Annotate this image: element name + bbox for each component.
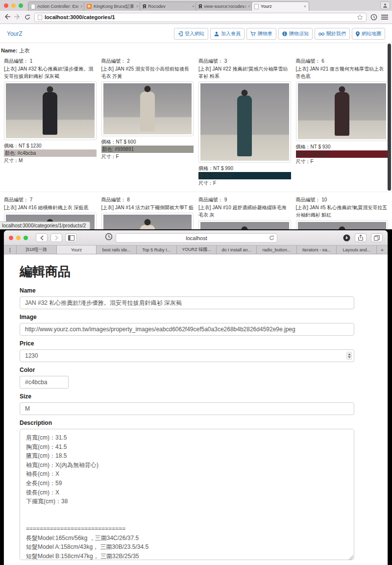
image-field[interactable] — [20, 323, 354, 336]
about-us-button[interactable]: 關於我們 — [315, 28, 350, 40]
product-title[interactable]: [上衣] JAN #16 細橫條針織上衣 深藍底 — [4, 204, 97, 211]
product-id: 7 — [30, 197, 33, 202]
product-card: 商品編號： 9 [上衣] JAN #10 超舒適繽紛菱格綴珠毛海毛衣 灰 — [198, 196, 291, 229]
browser-tab[interactable]: B KingKong Bruce記事: 前端狂 × — [84, 1, 142, 11]
browser-tab[interactable]: Я Rocodev × — [140, 1, 197, 11]
browser-tab-active[interactable]: Yourz — [57, 246, 97, 254]
browser-tab[interactable]: Layouts and... — [337, 246, 377, 254]
menu-button[interactable] — [381, 14, 388, 20]
browser-tab[interactable]: best rails ide... — [97, 246, 137, 254]
product-image[interactable] — [198, 81, 291, 163]
profile-button[interactable] — [380, 1, 390, 9]
forward-button[interactable] — [50, 233, 62, 242]
back-button[interactable] — [4, 14, 10, 21]
color-field[interactable] — [20, 376, 69, 389]
product-title[interactable]: [上衣] JAN #21 復古幾何方格厚雪紡上衣 杏色底 — [296, 65, 389, 80]
zoom-window-button[interactable] — [24, 236, 28, 240]
login-icon — [178, 31, 183, 36]
size-field[interactable] — [20, 402, 354, 415]
product-image[interactable] — [296, 220, 389, 229]
tab-close-icon[interactable]: × — [136, 4, 139, 9]
name-field[interactable] — [20, 296, 354, 309]
downloads-button[interactable] — [343, 234, 350, 242]
extension-button[interactable] — [105, 233, 113, 243]
number-stepper[interactable] — [346, 352, 352, 360]
product-title[interactable]: [上衣] JAN #10 超舒適繽紛菱格綴珠毛海毛衣 灰 — [198, 204, 291, 219]
color-swatch: 顏色: #c4bcba — [4, 149, 97, 157]
store-navbar: YourZ 登入網站 加入會員 購物車 — [0, 24, 392, 43]
price-value: NT $ 990 — [213, 166, 233, 171]
brand-link[interactable]: YourZ — [7, 30, 23, 37]
back-button[interactable] — [36, 233, 48, 242]
back-arrow-icon — [4, 14, 10, 20]
new-tab-button[interactable]: + — [377, 246, 388, 254]
tab-close-icon[interactable]: × — [304, 4, 306, 9]
size-value: F — [116, 154, 119, 159]
shopping-info-button[interactable]: 購物須知 — [278, 28, 313, 40]
price-field[interactable] — [20, 349, 354, 362]
join-member-button[interactable]: 加入會員 — [210, 28, 245, 40]
reload-button[interactable] — [269, 235, 274, 241]
forward-button[interactable] — [14, 14, 21, 21]
login-button[interactable]: 登入網站 — [174, 28, 208, 40]
reload-icon — [269, 235, 274, 241]
browser-tab-active[interactable]: Yourz × — [251, 1, 309, 11]
product-image[interactable] — [4, 81, 97, 140]
address-bar[interactable]: localhost — [116, 233, 277, 243]
blogger-favicon-icon: B — [87, 4, 92, 9]
close-window-button[interactable] — [9, 236, 13, 240]
browser-tab[interactable]: [518f][一路 — [17, 246, 57, 254]
product-title[interactable]: [上衣] JAN #22 推薦款!質感六分袖厚雪紡罩衫 粉系 — [198, 65, 291, 80]
address-bar[interactable]: localhost:3000/categories/1 — [34, 13, 367, 22]
browser-tab[interactable]: YOURZ 韓國... — [177, 246, 217, 254]
browser-tab[interactable]: do I install an... — [217, 246, 257, 254]
close-window-button[interactable] — [4, 3, 8, 8]
zoom-window-button[interactable] — [19, 3, 23, 8]
name-label: Name — [20, 287, 354, 294]
size-value: F — [311, 159, 314, 164]
info-icon — [282, 31, 287, 36]
sidebar-button[interactable] — [65, 233, 77, 242]
product-image[interactable] — [101, 81, 194, 136]
tab-close-icon[interactable]: × — [248, 4, 250, 9]
minimize-window-button[interactable] — [11, 3, 16, 8]
tab-overview-button[interactable] — [371, 233, 383, 242]
cart-button[interactable]: 購物車 — [246, 28, 276, 40]
browser-tab[interactable]: [ — [4, 246, 17, 254]
product-image[interactable] — [198, 220, 291, 229]
minimize-window-button[interactable] — [16, 236, 21, 240]
reload-button[interactable] — [24, 14, 30, 20]
row-divider — [0, 192, 392, 192]
product-title[interactable]: [上衣] JAN #25 混安哥拉小高領前短後長毛衣 芥黃 — [101, 65, 194, 80]
share-button[interactable] — [355, 233, 367, 242]
page-scrollbar[interactable] — [388, 44, 391, 191]
extension-button[interactable] — [370, 14, 377, 21]
chrome-toolbar: localhost:3000/categories/1 — [0, 11, 392, 24]
color-value: #6a1b24 — [309, 151, 328, 157]
store-page: YourZ 登入網站 加入會員 購物車 — [0, 24, 392, 229]
product-title[interactable]: [上衣] JAN #32 私心推薦款!漫步優雅。混安哥拉披肩針織衫 深灰褐 — [4, 65, 97, 80]
sitemap-button[interactable]: 網站地圖 — [352, 28, 385, 40]
size-value: F — [213, 180, 216, 186]
user-icon — [383, 3, 388, 8]
extension-clock-icon — [370, 14, 377, 21]
description-field[interactable]: 肩寬(cm)：31.5 胸寬(cm)：41.5 腋寬(cm)：18.5 袖寬(c… — [20, 429, 354, 560]
product-id-label: 商品編號： — [4, 197, 28, 202]
bookmark-star-button[interactable] — [357, 14, 363, 21]
product-title[interactable]: [上衣] JAN #5 私心推薦款!氣質混安哥拉五分袖針織衫 鮮紅 — [296, 204, 389, 219]
browser-tab[interactable]: radio_button... — [257, 246, 297, 254]
browser-tab[interactable]: Я view-source:rocodev.com × — [196, 1, 253, 11]
tab-close-icon[interactable]: × — [80, 4, 83, 9]
product-card: 商品編號： 2 [上衣] JAN #25 混安哥拉小高領前短後長毛衣 芥黃 價格… — [101, 57, 194, 160]
tab-close-icon[interactable]: × — [192, 4, 195, 9]
product-image[interactable] — [296, 81, 389, 141]
browser-tab[interactable]: Iterators - ea... — [297, 246, 337, 254]
color-swatch: 顏色: #999891 — [101, 146, 194, 153]
browser-tab[interactable]: Action Controller: Exceptio × — [28, 1, 86, 11]
browser-tab[interactable]: Top 5 Ruby I... — [137, 246, 177, 254]
product-title[interactable]: [上衣] JAN #14 活力款下襬側開衩大學T 藍 — [101, 204, 194, 211]
product-image[interactable] — [101, 213, 194, 229]
user-icon — [214, 31, 219, 36]
resize-handle-icon[interactable] — [348, 555, 353, 560]
tab-title: KingKong Bruce記事: 前端狂 — [94, 3, 134, 10]
